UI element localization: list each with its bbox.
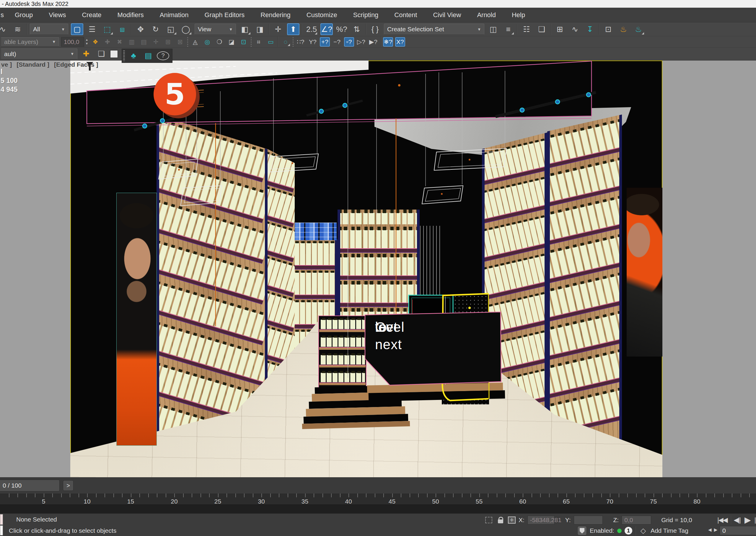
merge-layers-icon[interactable]: ⊞ — [163, 37, 173, 47]
go-to-end-button-cut[interactable]: |I — [753, 516, 756, 524]
snap-edge-icon[interactable]: −? — [332, 37, 342, 47]
angle-snap-toggle-icon[interactable]: ∠? — [321, 23, 333, 35]
snap-midpoint-icon[interactable]: ▫? — [344, 37, 354, 47]
align-position-icon[interactable]: ◬ — [190, 37, 200, 47]
select-and-place-icon[interactable]: ◯ — [180, 23, 192, 35]
toggle-layer-explorer-icon[interactable]: ❏ — [535, 23, 548, 35]
x-coordinate-field[interactable]: -58348,281 — [528, 516, 555, 524]
layer-list-dropdown[interactable]: able Layers)▼ — [1, 37, 59, 47]
snaps-toggle-icon[interactable]: 2.5 — [305, 23, 318, 35]
grid-align-icon[interactable]: ⌗ — [254, 37, 264, 47]
set-current-layer-icon[interactable]: ✛ — [151, 37, 161, 47]
menu-item-customize[interactable]: Customize — [298, 8, 345, 22]
menu-item-scripting[interactable]: Scripting — [345, 8, 387, 22]
percent-snap-toggle-icon[interactable]: %? — [335, 23, 348, 35]
transparency-field[interactable]: 100,0▲▼ — [61, 37, 88, 47]
select-by-name-icon[interactable]: ☰ — [86, 23, 98, 35]
shelf-unit-right-front[interactable] — [547, 115, 622, 453]
menu-item-graph-editors[interactable]: Graph Editors — [197, 8, 253, 22]
keyboard-shortcut-override-icon[interactable]: ⬆ — [287, 23, 299, 35]
align-icon[interactable]: ≡ — [502, 23, 514, 35]
maxscript-listener-sliver[interactable] — [0, 514, 3, 525]
create-new-layer-icon[interactable]: ✚ — [102, 37, 113, 47]
use-pivot-point-center-icon[interactable]: ◧ — [239, 23, 251, 35]
menu-item-cut[interactable]: s — [0, 8, 7, 22]
notes-icon[interactable]: ▤ — [142, 50, 155, 62]
mirror-icon[interactable]: ◫ — [487, 23, 499, 35]
snap-vertex-icon[interactable]: +? — [320, 37, 330, 47]
toggle-scene-explorer-icon[interactable]: ☷ — [520, 23, 533, 35]
display-stand[interactable] — [318, 316, 366, 390]
use-selection-center-icon[interactable]: ◨ — [254, 23, 266, 35]
menu-item-animation[interactable]: Animation — [152, 8, 197, 22]
help-icon[interactable]: ? — [157, 51, 169, 60]
layer-manager-icon[interactable]: ❖ — [90, 37, 100, 47]
paint-objects-icon[interactable]: ❍ — [214, 37, 224, 47]
track-bar[interactable]: 5101520253035404550556065707580 — [0, 493, 756, 505]
store-logo[interactable]: 5 — [154, 73, 196, 116]
menu-item-views[interactable]: Views — [41, 8, 74, 22]
named-selection-set-dropdown[interactable]: Create Selection Set▼ — [384, 24, 484, 35]
menu-item-rendering[interactable]: Rendering — [253, 8, 298, 22]
blue-product-boxes[interactable] — [291, 222, 337, 240]
snap-pivot-icon[interactable]: Y? — [308, 37, 318, 47]
menu-item-civil-view[interactable]: Civil View — [425, 8, 469, 22]
left-viewport-strip[interactable] — [0, 60, 70, 477]
bind-to-space-warp-icon[interactable]: ≋ — [12, 23, 24, 35]
reference-coordinate-system-dropdown[interactable]: View▼ — [194, 24, 236, 35]
color-swatch-icon[interactable] — [110, 50, 118, 58]
rendered-frame-window-icon[interactable]: ⊡ — [602, 23, 615, 35]
right-viewport-strip[interactable]: FRON — [662, 60, 756, 477]
animate-shield-icon[interactable] — [577, 526, 587, 535]
add-selection-to-layer-icon[interactable]: ▥ — [127, 37, 137, 47]
collapse-layers-icon[interactable]: ⊠ — [175, 37, 185, 47]
select-and-uniform-scale-icon[interactable]: ◱ — [164, 23, 177, 35]
previous-frame-button[interactable]: ◀|| — [733, 516, 741, 524]
layer-stack-icon[interactable]: ❏ — [95, 48, 108, 60]
render-setup-icon[interactable]: ♨ — [617, 23, 630, 35]
render-production-icon[interactable]: ♨ — [632, 23, 645, 35]
placement-target-icon[interactable]: ◎ — [202, 37, 212, 47]
isolate-selection-icon[interactable] — [484, 516, 493, 524]
viewport-label-standard[interactable]: [Standard ] — [17, 61, 49, 68]
snap-grid-points-icon[interactable]: ∷? — [295, 37, 306, 47]
measure-distance-icon[interactable]: ▭ — [266, 37, 276, 47]
menu-item-content[interactable]: Content — [386, 8, 425, 22]
absolute-mode-icon[interactable]: ✛ — [508, 517, 516, 523]
curve-editor-icon[interactable]: ∿ — [569, 23, 581, 35]
perspective-viewport[interactable]: Get to next level 5 — [70, 60, 662, 477]
snap-frozen-icon[interactable]: ❄? — [383, 37, 393, 47]
select-and-move-icon[interactable]: ✥ — [134, 23, 147, 35]
snap-face-icon[interactable]: ▷? — [356, 37, 366, 47]
current-frame-field[interactable]: 0 — [720, 526, 756, 535]
spinner-snap-toggle-icon[interactable]: ⇅ — [351, 23, 363, 35]
z-coordinate-field[interactable]: 0,0 — [622, 516, 651, 524]
poster-woman[interactable] — [627, 188, 662, 356]
add-selected-to-active-layer-icon[interactable]: ✚ — [80, 48, 92, 60]
select-object-icon[interactable]: ▢ — [71, 23, 83, 35]
toolbar-drag-handle[interactable] — [123, 50, 125, 61]
frame-spinner-arrows[interactable]: ◀ ▶ — [708, 527, 718, 532]
snap-endpoint-icon[interactable]: ▶? — [368, 37, 378, 47]
time-slider-handle[interactable]: 0 / 100 — [0, 480, 60, 491]
snap-xyz-icon[interactable]: X? — [395, 37, 405, 47]
play-button[interactable]: ▶ — [743, 515, 752, 525]
rectangular-selection-region-icon[interactable]: ⬚ — [101, 23, 114, 35]
y-coordinate-field[interactable] — [574, 516, 603, 524]
select-and-rotate-icon[interactable]: ↻ — [150, 23, 162, 35]
enabled-count-badge[interactable]: 1 — [625, 527, 632, 535]
schematic-view-icon[interactable]: ↧ — [584, 23, 596, 35]
select-and-link-icon[interactable]: ∿ — [0, 23, 9, 35]
next-key-button[interactable]: > — [63, 480, 74, 491]
selection-lock-icon[interactable] — [496, 516, 505, 524]
active-layer-dropdown[interactable]: ault)▼ — [1, 49, 77, 60]
menu-item-modifiers[interactable]: Modifiers — [110, 8, 152, 22]
go-to-start-button[interactable]: |◀◀ — [716, 516, 729, 524]
selection-filter-dropdown[interactable]: All▼ — [30, 24, 68, 35]
toggle-ribbon-icon[interactable]: ⊞ — [554, 23, 566, 35]
blue-slats[interactable] — [431, 295, 442, 388]
maxscript-listener-sliver2[interactable] — [0, 525, 3, 535]
add-time-tag[interactable]: Add Time Tag — [651, 527, 688, 534]
menu-item-create[interactable]: Create — [74, 8, 109, 22]
menu-item-arnold[interactable]: Arnold — [469, 8, 504, 22]
